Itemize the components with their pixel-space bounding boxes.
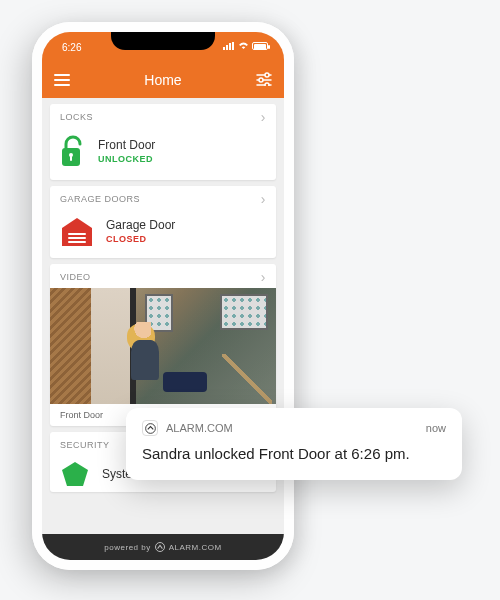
- device-text: Garage Door CLOSED: [106, 218, 175, 244]
- notch: [111, 32, 215, 50]
- svg-rect-8: [70, 156, 72, 161]
- notification-time: now: [426, 422, 446, 434]
- svg-point-1: [265, 73, 269, 77]
- svg-point-5: [265, 83, 269, 86]
- card-body: Front Door UNLOCKED: [50, 128, 276, 180]
- thumb-wall: [50, 288, 91, 404]
- unlock-icon: [60, 134, 86, 168]
- locks-card[interactable]: LOCKS › Front Door UNLOCKED: [50, 104, 276, 180]
- header-title: Home: [144, 72, 181, 88]
- shield-icon: [60, 460, 90, 488]
- hamburger-icon: [54, 74, 70, 86]
- menu-button[interactable]: [54, 74, 70, 86]
- footer-bar: powered by ALARM.COM: [42, 534, 284, 560]
- svg-point-13: [145, 423, 155, 433]
- card-header: LOCKS ›: [50, 104, 276, 128]
- thumb-rail: [222, 354, 272, 404]
- status-icons: [223, 42, 268, 50]
- battery-icon: [252, 42, 268, 50]
- status-bar: 6:26: [42, 32, 284, 62]
- card-title: LOCKS: [60, 112, 93, 122]
- device-status: UNLOCKED: [98, 154, 155, 164]
- card-title: GARAGE DOORS: [60, 194, 140, 204]
- notification-header: ALARM.COM now: [142, 420, 446, 436]
- svg-point-3: [259, 78, 263, 82]
- device-name: Front Door: [98, 138, 155, 152]
- card-title: SECURITY: [60, 440, 110, 450]
- alarm-logo-icon: [155, 542, 165, 552]
- sliders-icon: [256, 72, 272, 86]
- chevron-right-icon: ›: [261, 110, 266, 124]
- device-text: Front Door UNLOCKED: [98, 138, 155, 164]
- app-header: Home: [42, 62, 284, 98]
- card-header: VIDEO ›: [50, 264, 276, 288]
- wifi-icon: [238, 42, 249, 50]
- card-header: GARAGE DOORS ›: [50, 186, 276, 210]
- footer-brand: ALARM.COM: [169, 543, 222, 552]
- notification-message: Sandra unlocked Front Door at 6:26 pm.: [142, 444, 446, 464]
- thumb-bag: [163, 372, 207, 392]
- video-card[interactable]: VIDEO › Front Door: [50, 264, 276, 426]
- garage-card[interactable]: GARAGE DOORS › Garage Door CLOSED: [50, 186, 276, 258]
- chevron-right-icon: ›: [261, 270, 266, 284]
- screen: 6:26 Home: [42, 32, 284, 560]
- video-thumbnail[interactable]: [50, 288, 276, 404]
- notification-app-icon: [142, 420, 158, 436]
- chevron-right-icon: ›: [261, 192, 266, 206]
- status-time: 6:26: [62, 42, 81, 53]
- garage-icon: [60, 216, 94, 246]
- phone-frame: 6:26 Home: [32, 22, 294, 570]
- device-name: Garage Door: [106, 218, 175, 232]
- card-body: Garage Door CLOSED: [50, 210, 276, 258]
- signal-icon: [223, 42, 235, 50]
- notification-app-name: ALARM.COM: [166, 422, 233, 434]
- card-title: VIDEO: [60, 272, 91, 282]
- push-notification[interactable]: ALARM.COM now Sandra unlocked Front Door…: [126, 408, 462, 480]
- settings-button[interactable]: [256, 72, 272, 89]
- footer-prefix: powered by: [104, 543, 150, 552]
- device-status: CLOSED: [106, 234, 175, 244]
- thumb-picture-frame: [220, 294, 268, 330]
